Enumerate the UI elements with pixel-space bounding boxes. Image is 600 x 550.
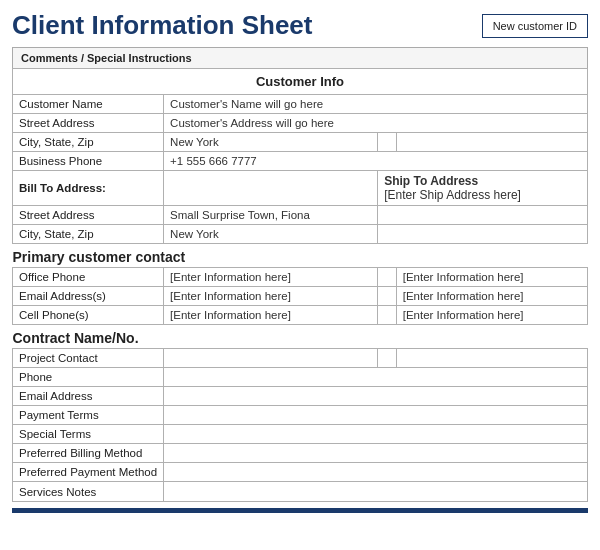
special-terms-label: Special Terms <box>13 425 164 444</box>
table-row: Street Address Small Surprise Town, Fion… <box>13 206 588 225</box>
city-state-zip-extra <box>378 133 397 152</box>
bill-city-extra <box>378 225 588 244</box>
street-address-label: Street Address <box>13 114 164 133</box>
table-row: Special Terms <box>13 425 588 444</box>
email-empty <box>378 287 397 306</box>
contract-title: Contract Name/No. <box>13 325 588 349</box>
table-row: Office Phone [Enter Information here] [E… <box>13 268 588 287</box>
bill-to-label: Bill To Address: <box>13 171 164 206</box>
ship-to-label: Ship To Address [Enter Ship Address here… <box>378 171 588 206</box>
project-contact-extra1 <box>378 349 397 368</box>
street-address-value: Customer's Address will go here <box>164 114 588 133</box>
city-state-zip-value: New York <box>164 133 378 152</box>
customer-name-value: Customer's Name will go here <box>164 95 588 114</box>
services-notes-value <box>164 482 588 502</box>
table-row: Street Address Customer's Address will g… <box>13 114 588 133</box>
project-contact-label: Project Contact <box>13 349 164 368</box>
email-value1: [Enter Information here] <box>164 287 378 306</box>
special-terms-value <box>164 425 588 444</box>
payment-terms-value <box>164 406 588 425</box>
primary-contact-title: Primary customer contact <box>13 244 588 268</box>
table-row: Business Phone +1 555 666 7777 <box>13 152 588 171</box>
table-row: Phone <box>13 368 588 387</box>
email-label: Email Address(s) <box>13 287 164 306</box>
ship-to-value: [Enter Ship Address here] <box>384 188 521 202</box>
customer-name-label: Customer Name <box>13 95 164 114</box>
office-phone-value1: [Enter Information here] <box>164 268 378 287</box>
contract-email-label: Email Address <box>13 387 164 406</box>
services-notes-label: Services Notes <box>13 482 164 502</box>
page-title: Client Information Sheet <box>12 10 312 41</box>
office-phone-label: Office Phone <box>13 268 164 287</box>
table-row: Cell Phone(s) [Enter Information here] [… <box>13 306 588 325</box>
preferred-billing-label: Preferred Billing Method <box>13 444 164 463</box>
table-row: Project Contact <box>13 349 588 368</box>
bottom-bar <box>12 508 588 513</box>
table-row: Email Address(s) [Enter Information here… <box>13 287 588 306</box>
contract-email-value <box>164 387 588 406</box>
table-row: City, State, Zip New York <box>13 133 588 152</box>
preferred-payment-label: Preferred Payment Method <box>13 463 164 482</box>
project-contact-value <box>164 349 378 368</box>
table-row: Customer Name Customer's Name will go he… <box>13 95 588 114</box>
business-phone-label: Business Phone <box>13 152 164 171</box>
table-row: Email Address <box>13 387 588 406</box>
office-phone-value2: [Enter Information here] <box>396 268 587 287</box>
table-row: City, State, Zip New York <box>13 225 588 244</box>
bill-street-extra <box>378 206 588 225</box>
contract-phone-label: Phone <box>13 368 164 387</box>
cell-phone-value2: [Enter Information here] <box>396 306 587 325</box>
bill-city-value: New York <box>164 225 378 244</box>
email-value2: [Enter Information here] <box>396 287 587 306</box>
primary-contact-section: Primary customer contact <box>13 244 588 268</box>
table-row: Bill To Address: Ship To Address [Enter … <box>13 171 588 206</box>
cell-phone-label: Cell Phone(s) <box>13 306 164 325</box>
ship-to-header-text: Ship To Address <box>384 174 478 188</box>
comments-bar: Comments / Special Instructions <box>12 47 588 68</box>
table-row: Preferred Payment Method <box>13 463 588 482</box>
city-state-zip-extra2 <box>396 133 587 152</box>
cell-phone-empty <box>378 306 397 325</box>
table-row: Preferred Billing Method <box>13 444 588 463</box>
bill-street-value: Small Surprise Town, Fiona <box>164 206 378 225</box>
contract-phone-value <box>164 368 588 387</box>
customer-info-header: Customer Info <box>13 69 588 95</box>
bill-city-label: City, State, Zip <box>13 225 164 244</box>
office-phone-empty <box>378 268 397 287</box>
business-phone-value: +1 555 666 7777 <box>164 152 588 171</box>
bill-street-label: Street Address <box>13 206 164 225</box>
contract-section: Contract Name/No. <box>13 325 588 349</box>
new-customer-button[interactable]: New customer ID <box>482 14 588 38</box>
preferred-billing-value <box>164 444 588 463</box>
payment-terms-label: Payment Terms <box>13 406 164 425</box>
bill-to-empty <box>164 171 378 206</box>
table-row: Payment Terms <box>13 406 588 425</box>
table-row: Services Notes <box>13 482 588 502</box>
customer-info-title: Customer Info <box>13 69 588 95</box>
preferred-payment-value <box>164 463 588 482</box>
cell-phone-value1: [Enter Information here] <box>164 306 378 325</box>
project-contact-extra2 <box>396 349 587 368</box>
city-state-zip-label: City, State, Zip <box>13 133 164 152</box>
